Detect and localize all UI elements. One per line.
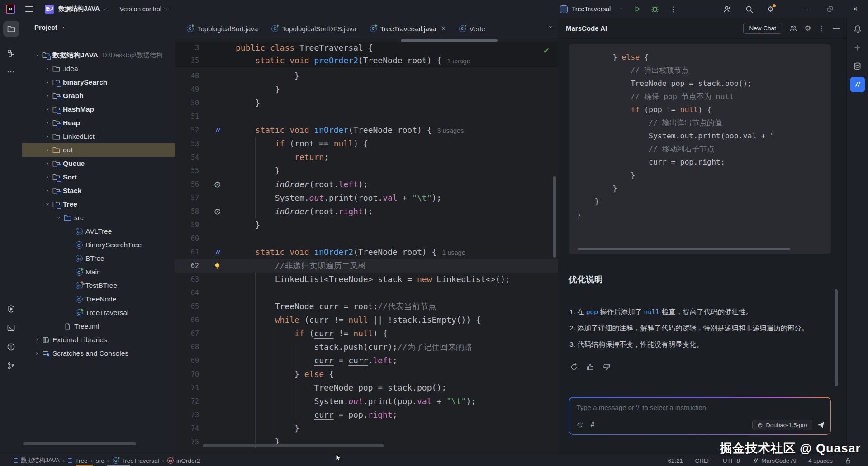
tree-item-TestBTree[interactable]: CTestBTree bbox=[22, 279, 175, 292]
marscode-tool-button[interactable] bbox=[850, 77, 865, 92]
code-line-63[interactable]: 63 LinkedList<TreeNode> stack = new Link… bbox=[175, 273, 558, 286]
code-line-53[interactable]: 53 if (root == null) { bbox=[175, 137, 558, 151]
new-chat-button[interactable]: New Chat bbox=[743, 23, 782, 34]
inspections-ok-icon[interactable]: ✔ bbox=[543, 46, 550, 56]
chevron-expanded-icon[interactable] bbox=[33, 52, 41, 58]
code-block-hscrollbar[interactable] bbox=[578, 248, 790, 250]
code-line-62[interactable]: 62 //非递归实现遍历二叉树 bbox=[175, 259, 558, 273]
chevron-expanded-icon[interactable] bbox=[55, 215, 62, 221]
chevron-collapsed-icon[interactable] bbox=[43, 80, 51, 85]
tree-item-TreeTraversal[interactable]: CTreeTraversal bbox=[22, 306, 175, 320]
vcs-widget[interactable]: Version control bbox=[119, 5, 161, 13]
hide-panel-icon[interactable]: — bbox=[833, 24, 840, 33]
tree-item-AVLTree[interactable]: CAVLTree bbox=[22, 225, 175, 238]
ai-assistant-icon[interactable] bbox=[850, 40, 865, 55]
code-line-60[interactable]: 60 bbox=[175, 232, 558, 245]
model-selector[interactable]: Doubao-1.5-pro bbox=[752, 420, 812, 430]
tree-item-Tree.iml[interactable]: Tree.iml bbox=[22, 320, 175, 333]
code-line-58[interactable]: 58 inOrder(root.right); bbox=[175, 205, 558, 218]
tree-item-Sort[interactable]: Sort bbox=[22, 170, 175, 184]
code-line-61[interactable]: 61 static void inOrder2(TreeNode root) {… bbox=[175, 245, 558, 259]
problems-tool-button[interactable] bbox=[3, 339, 19, 355]
code-line-52[interactable]: 52 static void inOrder(TreeNode root) {3… bbox=[175, 123, 558, 137]
breadcrumb-Tree[interactable]: Tree bbox=[68, 457, 87, 464]
tree-item-HashMap[interactable]: HashMap bbox=[22, 103, 175, 116]
settings-gear-icon[interactable]: ⚙ bbox=[767, 5, 774, 13]
chevron-collapsed-icon[interactable] bbox=[43, 161, 51, 166]
run-button[interactable] bbox=[633, 5, 641, 13]
breadcrumb-src[interactable]: src bbox=[96, 457, 104, 464]
tree-item-Scratches and Consoles[interactable]: Scratches and Consoles bbox=[22, 347, 175, 360]
breadcrumb-inOrder2[interactable]: minOrder2 bbox=[167, 457, 200, 464]
code-line-72[interactable]: 72 System.out.print(pop.val + "\t"); bbox=[175, 395, 558, 408]
chevron-collapsed-icon[interactable] bbox=[43, 188, 51, 193]
services-tool-button[interactable] bbox=[3, 301, 19, 317]
project-hscrollbar[interactable] bbox=[23, 442, 136, 445]
breadcrumb-TreeTraversal[interactable]: CTreeTraversal bbox=[113, 457, 159, 464]
minimize-button[interactable]: — bbox=[792, 0, 817, 18]
tree-item-Stack[interactable]: Stack bbox=[22, 184, 175, 198]
tab-close-icon[interactable]: × bbox=[441, 25, 445, 32]
project-badge[interactable]: 数J bbox=[45, 5, 54, 14]
code-line-66[interactable]: 66 while (curr != null || !stack.isEmpty… bbox=[175, 313, 558, 327]
chevron-collapsed-icon[interactable] bbox=[33, 337, 41, 343]
readonly-lock-icon[interactable] bbox=[844, 457, 852, 464]
notifications-bell-icon[interactable] bbox=[850, 21, 865, 37]
restore-button[interactable] bbox=[817, 0, 843, 18]
chat-participants-icon[interactable] bbox=[789, 24, 797, 33]
chat-input[interactable]: Type a message or '/' to select a instru… bbox=[569, 398, 830, 434]
breadcrumb-数据结构JAVA[interactable]: 数据结构JAVA bbox=[14, 457, 60, 465]
tree-item-数据结构JAVA[interactable]: 数据结构JAVAD:\Desktop\数据结构 bbox=[22, 48, 175, 62]
ai-code-block[interactable]: } else { // 弹出栈顶节点 TreeNode pop = stack.… bbox=[569, 44, 831, 254]
more-actions-icon[interactable]: ⋮ bbox=[669, 5, 677, 14]
tree-item-External Libraries[interactable]: External Libraries bbox=[22, 333, 175, 347]
code-line-64[interactable]: 64 bbox=[175, 286, 558, 300]
encoding[interactable]: UTF-8 bbox=[723, 457, 740, 464]
structure-tool-button[interactable] bbox=[3, 45, 19, 61]
chevron-collapsed-icon[interactable] bbox=[43, 134, 51, 139]
tree-item-LinkedList[interactable]: LinkedList bbox=[22, 130, 175, 143]
close-button[interactable]: × bbox=[843, 0, 868, 18]
database-tool-button[interactable] bbox=[850, 58, 865, 74]
code-line-74[interactable]: 74 } bbox=[175, 422, 558, 435]
code-line-73[interactable]: 73 curr = pop.right; bbox=[175, 408, 558, 422]
tab-TopologicalSort.java[interactable]: CTopologicalSort.java bbox=[180, 18, 265, 39]
run-config-name[interactable]: TreeTraversal bbox=[572, 5, 611, 13]
caret-position[interactable]: 62:21 bbox=[668, 457, 683, 464]
code-line-68[interactable]: 68 stack.push(curr);//为了记住回来的路 bbox=[175, 340, 558, 354]
marscode-status[interactable]: MarsCode AI bbox=[752, 457, 797, 464]
chevron-collapsed-icon[interactable] bbox=[43, 93, 51, 99]
indent-config[interactable]: 4 spaces bbox=[808, 457, 833, 464]
ai-spark-icon[interactable] bbox=[577, 422, 583, 428]
tab-TopologicalSortDFS.java[interactable]: CTopologicalSortDFS.java bbox=[265, 18, 363, 39]
code-line-50[interactable]: 50 } bbox=[175, 96, 558, 110]
chevron-collapsed-icon[interactable] bbox=[43, 147, 51, 153]
marscode-gutter-icon[interactable] bbox=[213, 127, 221, 134]
ai-vscrollbar[interactable] bbox=[835, 289, 838, 386]
project-tool-button[interactable] bbox=[3, 21, 19, 37]
code-with-me-icon[interactable] bbox=[723, 5, 731, 14]
chevron-collapsed-icon[interactable] bbox=[43, 174, 51, 180]
marscode-gutter-icon[interactable] bbox=[213, 249, 221, 256]
code-line-48[interactable]: 48 } bbox=[175, 69, 558, 83]
code-line-51[interactable]: 51 bbox=[175, 110, 558, 123]
code-line-71[interactable]: 71 TreeNode pop = stack.pop(); bbox=[175, 381, 558, 395]
code-line-3[interactable]: 3public class TreeTraversal { bbox=[175, 42, 558, 54]
code-line-65[interactable]: 65 TreeNode curr = root;//代表当前节点 bbox=[175, 300, 558, 313]
git-tool-button[interactable] bbox=[3, 358, 19, 374]
code-line-70[interactable]: 70 } else { bbox=[175, 367, 558, 381]
send-message-icon[interactable] bbox=[817, 421, 825, 429]
editor-vscrollbar[interactable] bbox=[553, 176, 556, 258]
main-menu-icon[interactable] bbox=[25, 5, 33, 13]
debug-button[interactable] bbox=[651, 5, 659, 13]
tree-item-Queue[interactable]: Queue bbox=[22, 157, 175, 170]
code-line-57[interactable]: 57 System.out.print(root.val + "\t"); bbox=[175, 191, 558, 205]
project-selector[interactable]: 数据结构JAVA bbox=[58, 5, 100, 13]
ai-settings-gear-icon[interactable]: ⚙ bbox=[805, 24, 811, 33]
chevron-expanded-icon[interactable] bbox=[43, 202, 51, 207]
code-line-59[interactable]: 59 } bbox=[175, 218, 558, 232]
line-ending[interactable]: CRLF bbox=[695, 457, 711, 464]
terminal-tool-button[interactable] bbox=[3, 320, 19, 336]
code-line-67[interactable]: 67 if (curr != null) { bbox=[175, 327, 558, 340]
code-area[interactable]: 48 }49 }50 }5152 static void inOrder(Tre… bbox=[175, 67, 558, 455]
